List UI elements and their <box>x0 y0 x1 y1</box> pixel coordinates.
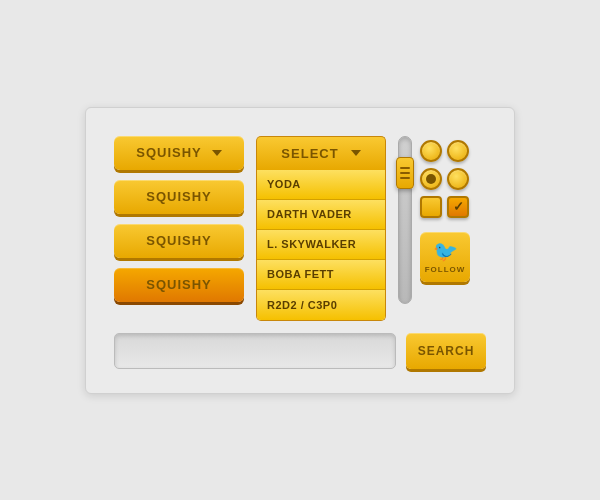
dropdown-arrow-icon <box>212 150 222 156</box>
button-column: SQUISHY SQUISHY SQUISHY SQUISHY <box>114 136 244 302</box>
item-label: L. SKYWALKER <box>267 238 356 250</box>
check-mark-icon: ✓ <box>453 199 464 214</box>
squishy1-label: SQUISHY <box>136 145 202 160</box>
item-label: DARTH VADER <box>267 208 352 220</box>
dropdown-item-r2d2[interactable]: R2D2 / C3P0 <box>257 290 385 320</box>
slider-track[interactable] <box>398 136 412 304</box>
search-button[interactable]: SEARCH <box>406 333 486 369</box>
checkbox-row: ✓ <box>420 196 470 218</box>
item-label: BOBA FETT <box>267 268 334 280</box>
thumb-line-1 <box>400 167 410 169</box>
item-label: R2D2 / C3P0 <box>267 299 337 311</box>
twitter-bird-icon: 🐦 <box>433 239 458 263</box>
ui-kit-container: SQUISHY SQUISHY SQUISHY SQUISHY SELECT Y… <box>85 107 515 394</box>
twitter-follow-button[interactable]: 🐦 FOLLOW <box>420 232 470 282</box>
twitter-section: 🐦 FOLLOW <box>420 232 470 282</box>
search-button-label: SEARCH <box>418 344 475 358</box>
checkbox-1[interactable] <box>420 196 442 218</box>
main-row: SQUISHY SQUISHY SQUISHY SQUISHY SELECT Y… <box>114 136 486 321</box>
squishy2-button[interactable]: SQUISHY <box>114 180 244 214</box>
radio-checkbox-column: ✓ 🐦 FOLLOW <box>420 136 470 282</box>
dropdown-item-boba-fett[interactable]: BOBA FETT <box>257 260 385 290</box>
radio-button-3-selected[interactable] <box>420 168 442 190</box>
dropdown-item-yoda[interactable]: YODA <box>257 170 385 200</box>
checkbox-2-checked[interactable]: ✓ <box>447 196 469 218</box>
squishy4-button[interactable]: SQUISHY <box>114 268 244 302</box>
follow-label: FOLLOW <box>425 265 466 274</box>
search-row: SEARCH <box>114 333 486 369</box>
squishy3-button[interactable]: SQUISHY <box>114 224 244 258</box>
search-input[interactable] <box>114 333 396 369</box>
radio-row-2 <box>420 168 470 190</box>
squishy2-label: SQUISHY <box>146 189 212 204</box>
dropdown-header[interactable]: SELECT <box>256 136 386 170</box>
radio-button-2[interactable] <box>447 140 469 162</box>
dropdown-column: SELECT YODA DARTH VADER L. SKYWALKER BOB… <box>256 136 386 321</box>
item-label: YODA <box>267 178 301 190</box>
thumb-line-3 <box>400 177 410 179</box>
dropdown-list: YODA DARTH VADER L. SKYWALKER BOBA FETT … <box>256 170 386 321</box>
radio-row-1 <box>420 140 470 162</box>
squishy-dropdown-button[interactable]: SQUISHY <box>114 136 244 170</box>
slider-thumb[interactable] <box>396 157 414 189</box>
dropdown-header-arrow-icon <box>351 150 361 156</box>
radio-button-4[interactable] <box>447 168 469 190</box>
squishy3-label: SQUISHY <box>146 233 212 248</box>
squishy4-label: SQUISHY <box>146 277 212 292</box>
slider-controls-column: ✓ 🐦 FOLLOW <box>398 136 470 304</box>
thumb-line-2 <box>400 172 410 174</box>
dropdown-label: SELECT <box>281 146 338 161</box>
radio-button-1[interactable] <box>420 140 442 162</box>
dropdown-item-darth-vader[interactable]: DARTH VADER <box>257 200 385 230</box>
dropdown-item-skywalker[interactable]: L. SKYWALKER <box>257 230 385 260</box>
